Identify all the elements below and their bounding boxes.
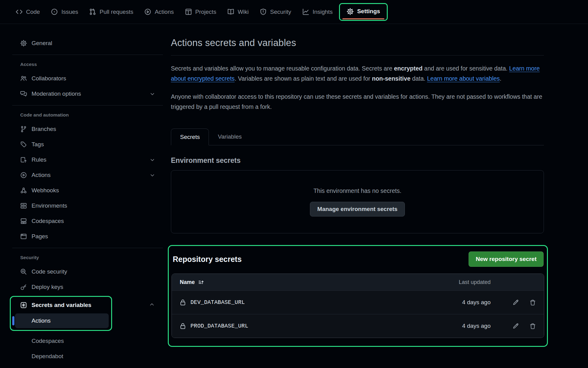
secrets-and-variables-highlight: Secrets and variables Actions	[10, 296, 112, 331]
collaborator-paragraph: Anyone with collaborator access to this …	[171, 92, 544, 112]
repository-secrets-table: Name Last updated DEV_DATABASE_URL 4 day…	[172, 274, 544, 338]
sidebar-item-label: Collaborators	[32, 75, 66, 82]
settings-sidebar: General Access Collaborators Moderation …	[0, 24, 163, 364]
intro-text: .	[500, 75, 501, 82]
sort-ascending-icon	[198, 279, 204, 285]
tab-issues[interactable]: Issues	[46, 5, 83, 18]
page-title: Actions secrets and variables	[171, 37, 544, 48]
sidebar-item-environments[interactable]: Environments	[12, 198, 163, 213]
tab-label: Actions	[155, 9, 174, 15]
sidebar-divider	[12, 55, 163, 55]
sidebar-item-label: General	[32, 40, 52, 47]
tab-projects[interactable]: Projects	[180, 5, 221, 18]
tab-wiki[interactable]: Wiki	[223, 5, 253, 18]
rules-icon	[20, 156, 27, 163]
server-icon	[20, 202, 27, 209]
codespaces-icon	[20, 218, 27, 224]
tab-insights[interactable]: Insights	[298, 5, 337, 18]
sidebar-item-deploy-keys[interactable]: Deploy keys	[12, 279, 163, 295]
chevron-down-icon	[150, 91, 155, 97]
repository-secrets-heading: Repository secrets	[173, 255, 242, 264]
sidebar-item-branches[interactable]: Branches	[12, 121, 163, 137]
tab-label: Code	[26, 9, 40, 15]
lock-icon	[180, 323, 186, 330]
table-icon	[185, 8, 192, 15]
sidebar-item-label: Environments	[32, 202, 67, 209]
sidebar-section-security: Security	[12, 252, 163, 264]
chevron-up-icon[interactable]	[149, 302, 155, 307]
tab-actions[interactable]: Actions	[140, 5, 178, 18]
sidebar-item-label: Tags	[32, 141, 44, 148]
link-learn-variables[interactable]: Learn more about variables	[427, 75, 499, 82]
tab-code[interactable]: Code	[11, 5, 44, 18]
delete-secret-button[interactable]	[530, 299, 536, 306]
column-header-last-updated: Last updated	[445, 279, 491, 286]
tab-secrets[interactable]: Secrets	[171, 128, 209, 145]
sidebar-item-collaborators[interactable]: Collaborators	[12, 71, 163, 86]
environment-secrets-box: This environment has no secrets. Manage …	[171, 170, 544, 233]
column-label: Name	[180, 279, 195, 286]
sidebar-divider	[12, 248, 163, 248]
settings-page: General Access Collaborators Moderation …	[0, 24, 588, 364]
edit-secret-button[interactable]	[513, 299, 519, 306]
sidebar-subitem-codespaces[interactable]: Codespaces	[12, 333, 163, 349]
sidebar-item-label: Codespaces	[32, 218, 64, 224]
edit-secret-button[interactable]	[513, 323, 519, 329]
play-circle-icon	[20, 172, 27, 178]
sidebar-item-general[interactable]: General	[12, 36, 163, 51]
sidebar-item-label: Moderation options	[32, 90, 81, 97]
sidebar-item-label: Webhooks	[32, 187, 59, 194]
sidebar-divider	[12, 105, 163, 105]
intro-bold-non-sensitive: non-sensitive	[372, 75, 411, 82]
graph-icon	[302, 8, 309, 15]
gear-icon	[347, 8, 354, 15]
sidebar-item-label: Deploy keys	[32, 284, 63, 290]
sidebar-item-moderation-options[interactable]: Moderation options	[12, 86, 163, 102]
tab-label: Wiki	[238, 9, 249, 15]
tab-settings[interactable]: Settings	[339, 3, 388, 21]
manage-environment-secrets-button[interactable]: Manage environment secrets	[310, 202, 405, 217]
sidebar-item-label: Pages	[32, 233, 48, 240]
chevron-down-icon	[150, 157, 155, 163]
intro-paragraph: Secrets and variables allow you to manag…	[171, 63, 544, 84]
row-actions	[491, 299, 536, 306]
sidebar-item-label: Rules	[32, 156, 47, 163]
sidebar-item-code-security[interactable]: Code security	[12, 264, 163, 279]
repo-tab-bar: Code Issues Pull requests Actions Projec…	[0, 0, 588, 24]
tab-security[interactable]: Security	[255, 5, 296, 18]
asterisk-box-icon	[20, 302, 27, 309]
repository-secrets-header: Repository secrets New repository secret	[172, 251, 544, 267]
environment-secrets-heading: Environment secrets	[171, 156, 544, 165]
tab-variables[interactable]: Variables	[209, 128, 251, 145]
gear-icon	[20, 40, 27, 47]
sidebar-section-code-and-automation: Code and automation	[12, 109, 163, 121]
play-circle-icon	[144, 8, 151, 15]
tab-label: Pull requests	[100, 9, 133, 15]
tab-pull-requests[interactable]: Pull requests	[85, 5, 138, 18]
sidebar-item-secrets-and-variables[interactable]: Secrets and variables	[11, 297, 111, 313]
sidebar-subitem-dependabot[interactable]: Dependabot	[12, 349, 163, 364]
sidebar-item-tags[interactable]: Tags	[12, 137, 163, 152]
delete-secret-button[interactable]	[530, 323, 536, 329]
intro-text: and are used for sensitive data.	[423, 65, 509, 72]
sidebar-item-rules[interactable]: Rules	[12, 152, 163, 167]
sidebar-subitem-actions-selected[interactable]: Actions	[15, 313, 109, 328]
sidebar-item-label: Codespaces	[32, 338, 64, 344]
new-repository-secret-button[interactable]: New repository secret	[469, 251, 544, 267]
sidebar-item-actions[interactable]: Actions	[12, 167, 163, 183]
secrets-variables-tabs: Secrets Variables	[171, 128, 544, 145]
table-row: DEV_DATABASE_URL 4 days ago	[172, 290, 544, 314]
issue-opened-icon	[51, 8, 58, 15]
sidebar-item-webhooks[interactable]: Webhooks	[12, 183, 163, 198]
main-content: Actions secrets and variables Secrets an…	[171, 24, 544, 347]
intro-text: data.	[410, 75, 427, 82]
pull-request-icon	[89, 8, 96, 15]
sidebar-section-access: Access	[12, 59, 163, 71]
column-header-name[interactable]: Name	[180, 279, 204, 286]
sidebar-item-label: Branches	[32, 126, 56, 132]
sidebar-item-codespaces[interactable]: Codespaces	[12, 213, 163, 229]
tab-label: Settings	[357, 8, 380, 15]
environment-empty-message: This environment has no secrets.	[313, 187, 401, 194]
chevron-down-icon	[150, 173, 155, 178]
sidebar-item-pages[interactable]: Pages	[12, 229, 163, 244]
